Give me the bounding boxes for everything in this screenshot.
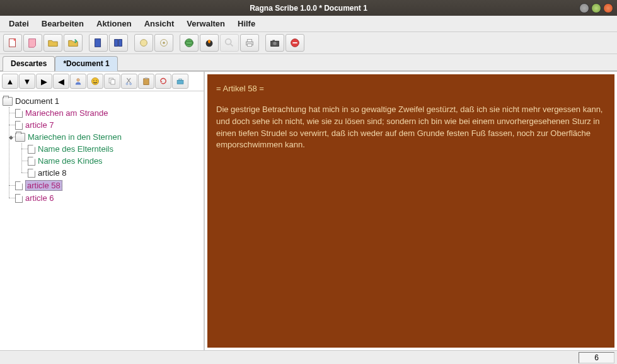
close-button[interactable]: [603, 3, 613, 13]
editor-panel: = Artikel 58 = Die gestrige Betrachtung …: [205, 72, 617, 350]
tree-node[interactable]: Mariechen am Strande: [15, 107, 201, 119]
svg-rect-33: [179, 79, 182, 81]
svg-point-21: [91, 77, 98, 84]
svg-rect-2: [115, 40, 118, 47]
svg-rect-14: [247, 44, 251, 47]
menu-ansicht[interactable]: Ansicht: [139, 17, 180, 30]
svg-point-28: [126, 83, 128, 85]
svg-point-10: [226, 39, 231, 45]
tree-node-label[interactable]: Document 1: [15, 96, 59, 106]
right-arrow-icon[interactable]: ▶: [36, 74, 52, 89]
toolbar: [0, 32, 617, 54]
left-arrow-icon[interactable]: ◀: [53, 74, 69, 89]
page-icon: [15, 109, 23, 118]
cut-icon[interactable]: [121, 74, 137, 89]
svg-point-4: [141, 40, 147, 47]
svg-rect-25: [111, 79, 115, 84]
tree-node-label[interactable]: Name des Elternteils: [38, 144, 113, 154]
print-icon[interactable]: [240, 34, 259, 52]
tree-node-label[interactable]: article 6: [25, 193, 54, 203]
stop-icon[interactable]: [285, 34, 304, 52]
tree-node-label[interactable]: Mariechen am Strande: [25, 108, 108, 118]
menu-bearbeiten[interactable]: Bearbeiten: [37, 17, 89, 30]
folder-icon: [15, 133, 25, 142]
page-icon: [28, 169, 35, 178]
svg-point-7: [185, 39, 193, 47]
menubar: Datei Bearbeiten Aktionen Ansicht Verwal…: [0, 16, 617, 32]
maximize-button[interactable]: [591, 3, 601, 13]
text-editor[interactable]: = Artikel 58 = Die gestrige Betrachtung …: [207, 74, 614, 348]
minimize-button[interactable]: [579, 3, 589, 13]
tree-node[interactable]: Name des Elternteils: [28, 143, 201, 155]
paste-icon[interactable]: [138, 74, 154, 89]
page-icon: [15, 194, 23, 203]
toolbox-icon[interactable]: [172, 74, 188, 89]
ball1-icon[interactable]: [134, 34, 153, 52]
user-icon[interactable]: [70, 74, 86, 89]
menu-verwalten[interactable]: Verwalten: [182, 17, 230, 30]
window-title: Ragna Scribe 1.0.0 * Document 1: [250, 4, 367, 13]
refresh-icon[interactable]: [155, 74, 171, 89]
camera-icon[interactable]: [265, 34, 284, 52]
document-tabs: Descartes *Document 1: [0, 54, 617, 71]
svg-rect-30: [144, 79, 149, 85]
svg-rect-31: [145, 77, 147, 79]
svg-point-29: [130, 83, 132, 85]
tree-node-label[interactable]: article 58: [25, 180, 62, 191]
svg-rect-3: [118, 40, 122, 47]
new-icon[interactable]: [3, 34, 22, 52]
tree-node-selected[interactable]: article 58: [15, 179, 201, 192]
tree-node[interactable]: article 8: [28, 167, 201, 179]
tree-node-label[interactable]: article 8: [38, 168, 67, 178]
tree-node[interactable]: article 7: [15, 119, 201, 131]
svg-rect-17: [272, 40, 275, 42]
open2-icon[interactable]: [64, 34, 83, 52]
page-icon: [15, 121, 23, 130]
up-icon[interactable]: ▲: [2, 74, 18, 89]
copy-icon[interactable]: [104, 74, 120, 89]
svg-point-16: [273, 42, 276, 45]
menu-aktionen[interactable]: Aktionen: [91, 17, 137, 30]
svg-rect-19: [292, 42, 297, 43]
status-value: 6: [579, 352, 614, 363]
note-icon[interactable]: [23, 34, 42, 52]
svg-line-11: [231, 44, 233, 47]
svg-rect-1: [95, 39, 101, 47]
smiley-icon[interactable]: [87, 74, 103, 89]
tree-node-label[interactable]: Name des Kindes: [38, 156, 103, 166]
svg-point-23: [96, 80, 96, 81]
tree-node-label[interactable]: Mariechen in den Sternen: [28, 132, 122, 142]
tree-node[interactable]: Name des Kindes: [28, 155, 201, 167]
tree-root-node[interactable]: Document 1: [3, 95, 201, 107]
tree-node[interactable]: article 6: [15, 192, 201, 204]
titlebar: Ragna Scribe 1.0.0 * Document 1: [0, 0, 617, 16]
tree-node-label[interactable]: article 7: [25, 120, 54, 130]
expander-icon[interactable]: ◆: [8, 134, 14, 140]
book-icon[interactable]: [89, 34, 108, 52]
svg-rect-32: [177, 81, 183, 84]
fire-icon[interactable]: [200, 34, 219, 52]
tab-descartes[interactable]: Descartes: [3, 56, 55, 71]
svg-point-6: [163, 42, 165, 44]
document-tree[interactable]: Document 1 Mariechen am Strande article …: [0, 91, 204, 350]
page-icon: [28, 145, 35, 154]
ball2-icon[interactable]: [154, 34, 173, 52]
svg-point-22: [93, 80, 94, 81]
page-icon: [15, 181, 23, 190]
tree-folder-node[interactable]: ◆ Mariechen in den Sternen: [15, 131, 201, 143]
editor-body: Die gestrige Betrachtung hat mich in so …: [216, 104, 606, 151]
globe-icon[interactable]: [180, 34, 199, 52]
svg-point-20: [77, 79, 79, 81]
search-icon[interactable]: [220, 34, 239, 52]
page-icon: [28, 157, 35, 166]
tree-toolbar: ▲ ▼ ▶ ◀: [0, 72, 204, 91]
folder-icon: [3, 97, 13, 106]
menu-datei[interactable]: Datei: [4, 17, 34, 30]
books-icon[interactable]: [109, 34, 128, 52]
tree-panel: ▲ ▼ ▶ ◀ Document 1 Mariechen am Strande: [0, 72, 205, 350]
statusbar: 6: [0, 350, 617, 364]
menu-hilfe[interactable]: Hilfe: [233, 17, 260, 30]
down-icon[interactable]: ▼: [19, 74, 35, 89]
open-icon[interactable]: [43, 34, 62, 52]
tab-document1[interactable]: *Document 1: [55, 56, 117, 71]
